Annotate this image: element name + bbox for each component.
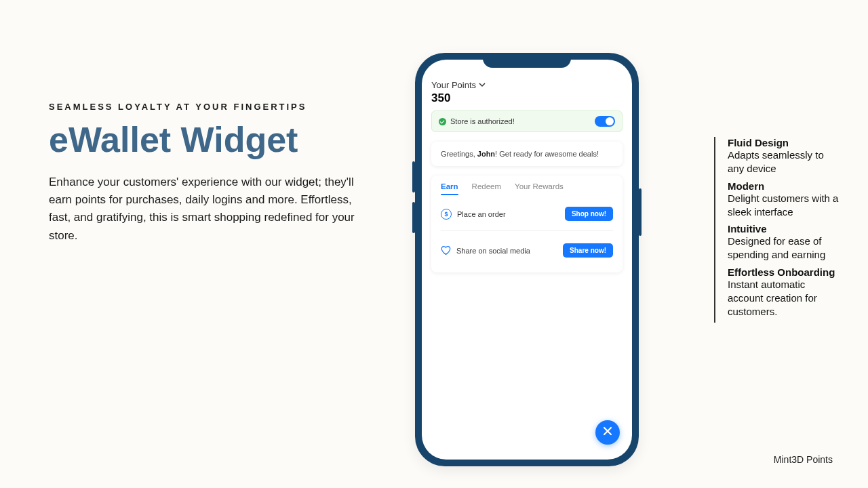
shop-now-button[interactable]: Shop now! [565,207,613,221]
earn-row-label: Share on social media [456,247,530,255]
greeting-card: Greetings, John! Get ready for awesome d… [431,142,623,166]
phone-mock: Your Points 350 Store is authorized! Gre… [415,53,639,466]
widget-tabs: Earn Redeem Your Rewards [441,182,613,195]
brand-tag: Mint3D Points [774,454,833,465]
check-circle-icon [439,118,446,125]
feature-title: Intuitive [728,223,840,235]
feature-desc: Designed for ease of spending and earnin… [728,235,840,262]
greeting-name: John [477,150,495,158]
greeting-suffix: ! Get ready for awesome deals! [495,150,599,158]
share-now-button[interactable]: Share now! [563,243,613,258]
feature-title: Effortless Onboarding [728,266,840,278]
headline: eWallet Widget [49,121,361,159]
feature-title: Modern [728,180,840,192]
feature-desc: Delight customers with a sleek interface [728,192,840,220]
body-copy: Enhance your customers' experience with … [49,174,361,245]
dollar-icon: $ [441,209,452,220]
feature-title: Fluid Design [728,137,840,148]
auth-toggle[interactable] [595,116,615,127]
auth-status-bar: Store is authorized! [431,110,623,132]
greeting-prefix: Greetings, [441,150,477,158]
points-value: 350 [431,92,623,105]
phone-screen: Your Points 350 Store is authorized! Gre… [422,60,632,460]
feature-desc: Adapts seamlessly to any device [728,148,840,176]
points-dropdown[interactable]: Your Points [431,80,623,90]
close-widget-button[interactable] [595,420,620,445]
feature-list: Fluid Design Adapts seamlessly to any de… [714,137,840,323]
tab-redeem[interactable]: Redeem [472,182,501,195]
earn-card: Earn Redeem Your Rewards $ Place an orde… [431,176,623,272]
eyebrow-text: SEAMLESS LOYALTY AT YOUR FINGERTIPS [49,102,361,112]
earn-row-share: Share on social media Share now! [441,230,613,263]
heart-icon [441,246,451,255]
feature-desc: Instant automatic account creation for c… [728,278,840,319]
tab-earn[interactable]: Earn [441,182,458,195]
phone-notch [483,53,571,68]
tab-rewards[interactable]: Your Rewards [515,182,564,195]
points-label-text: Your Points [431,80,476,90]
auth-status-text: Store is authorized! [450,117,515,125]
earn-row-order: $ Place an order Shop now! [441,197,613,226]
chevron-down-icon [479,80,486,90]
earn-row-label: Place an order [457,210,506,218]
close-icon [602,426,613,439]
